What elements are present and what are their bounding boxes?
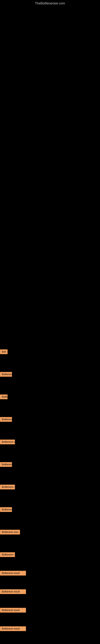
list-item: Bottleneck result (0, 589, 100, 594)
bottleneck-result-badge-1[interactable]: Bott (0, 349, 8, 354)
bottleneck-result-badge-13[interactable]: Bottleneck result (0, 608, 26, 612)
bottleneck-result-badge-14[interactable]: Bottleneck result (0, 626, 26, 631)
bottleneck-result-badge-12[interactable]: Bottleneck result (0, 589, 26, 594)
list-item: Bottlenec (0, 372, 100, 377)
list-item: Bottleneck result (0, 626, 100, 632)
list-item: Bottleneck result (0, 607, 100, 613)
list-item: Bottle (0, 394, 100, 400)
bottleneck-result-badge-2[interactable]: Bottlenec (0, 372, 12, 377)
site-title: TheBottlenecker.com (0, 0, 100, 7)
list-item: Bottleneck r (0, 484, 100, 490)
list-item: Bottlenec (0, 507, 100, 512)
bottleneck-result-badge-6[interactable]: Bottleneck (0, 462, 12, 467)
list-item: Bottleneck (0, 462, 100, 467)
bottleneck-result-badge-10[interactable]: Bottleneck r (0, 552, 15, 557)
bottleneck-result-badge-8[interactable]: Bottlenec (0, 507, 12, 512)
bottleneck-result-badge-9[interactable]: Bottleneck resu (0, 530, 20, 534)
bottleneck-result-badge-3[interactable]: Bottle (0, 394, 8, 399)
list-item: Bottleneck resu (0, 529, 100, 535)
list-item: Bott (0, 349, 100, 354)
list-item: Bottleneck (0, 416, 100, 422)
list-item: Bottleneck r (0, 552, 100, 558)
bottleneck-result-badge-4[interactable]: Bottleneck (0, 417, 12, 422)
bottleneck-result-badge-5[interactable]: Bottleneck res (0, 440, 15, 444)
bottleneck-result-badge-7[interactable]: Bottleneck r (0, 484, 15, 490)
chart-area (0, 7, 100, 349)
results-section: Bott Bottlenec Bottle Bottleneck Bottlen… (0, 349, 100, 644)
list-item: Bottleneck res (0, 439, 100, 445)
bottleneck-result-badge-11[interactable]: Bottleneck result (0, 571, 26, 576)
list-item: Bottleneck result (0, 570, 100, 576)
